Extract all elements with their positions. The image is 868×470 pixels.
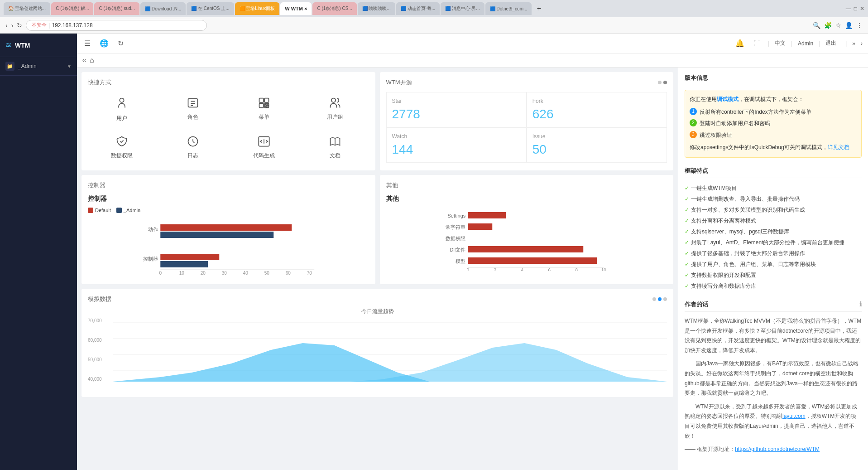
globe-button[interactable]: 🌐: [98, 37, 110, 49]
collapse-button[interactable]: ›: [861, 40, 863, 47]
feature-1: ✓一键生成WTM项目: [685, 183, 862, 194]
legend-admin-color: [116, 208, 122, 213]
author-info-icon: ℹ: [859, 300, 862, 309]
feature-5: ✓支持sqlserver、mysql、pgsql三种数据库: [685, 226, 862, 237]
feature-6-text: 封装了Layui、AntD、Element的大部分控件，编写前台更加便捷: [691, 237, 844, 248]
address-bar: ‹ › ↻ 不安全 | 192.168.137.128 🔍 🧩 ☆ 👤 ⋮: [0, 17, 868, 34]
action-dataperm[interactable]: 数据权限: [88, 131, 155, 164]
breadcrumb-collapse-button[interactable]: ‹‹: [82, 57, 86, 63]
legend-default: Default: [88, 208, 111, 213]
stat-issue: Issue 50: [527, 127, 667, 163]
feature-10-text: 支持读写分离和数据库分库: [691, 281, 756, 291]
refresh-button[interactable]: ↻: [116, 37, 125, 49]
other-y-dll: Dll文件: [450, 247, 465, 252]
author-para-2: 国内Java一家独大原因很多，有BAT的示范效应，也有微软自己战略的失误。好在微…: [685, 359, 862, 398]
bar-controller-admin: [160, 261, 208, 267]
author-para-4: —— 框架开源地址：https://github.com/dotnetcore/…: [685, 445, 862, 455]
browser-chrome: 🏠 宝塔创建网站... C (1条消息) 解... C (1条消息) sud..…: [0, 0, 868, 17]
action-role[interactable]: 角色: [159, 92, 226, 127]
logo-icon: ≋: [5, 41, 11, 49]
feature-7: ✓提供了很多基础，封装了绝大部分后台常用操作: [685, 248, 862, 259]
x-tick-0: 0: [159, 271, 162, 276]
docs-icon: [329, 135, 341, 149]
stat-fork: Fork 626: [527, 92, 667, 127]
tab-csdn3[interactable]: C (1条消息) CS...: [312, 2, 356, 15]
x-tick-70: 70: [307, 271, 312, 276]
action-usergroup[interactable]: 用户组: [301, 92, 369, 127]
bar-dongzuo-admin: [160, 232, 273, 238]
sim-header: 模拟数据: [88, 295, 667, 303]
security-warning: 不安全: [32, 22, 47, 29]
sidebar-user[interactable]: 📁 _Admin ▼: [0, 57, 77, 76]
bookmark-button[interactable]: ☆: [835, 22, 841, 29]
admin-user[interactable]: Admin: [798, 40, 813, 47]
trend-chart-svg: [113, 318, 667, 388]
back-button[interactable]: ‹: [5, 22, 8, 29]
action-menu[interactable]: 菜单: [230, 92, 297, 127]
right-panel: 版本信息 你正在使用调试模式，在调试模式下，框架会： 1 反射所有control…: [678, 68, 868, 470]
features-section: 框架特点 ✓一键生成WTM项目 ✓一键生成增删改查、导入导出、批量操作代码 ✓支…: [685, 167, 862, 291]
feature-1-text: 一键生成WTM项目: [691, 183, 737, 194]
action-codegen[interactable]: 代码生成: [230, 131, 297, 164]
top-toolbar: ☰ 🌐 ↻ 🔔 ⛶ | 中文 | Admin | 退出 | » ›: [77, 34, 868, 53]
action-log[interactable]: 日志: [159, 131, 226, 164]
tab-csdn1[interactable]: C (1条消息) 解...: [51, 2, 93, 15]
bar-controller-default: [160, 254, 219, 260]
bar-dll: [468, 246, 583, 252]
new-tab-button[interactable]: +: [532, 2, 545, 15]
detail-link[interactable]: 详见文档: [828, 144, 849, 150]
svg-rect-5: [259, 98, 263, 102]
action-user[interactable]: 用户: [88, 92, 155, 127]
feature-2-text: 一键生成增删改查、导入导出、批量操作代码: [691, 194, 800, 204]
tab-dotnet9[interactable]: 🟦 Dotnet9_com...: [485, 2, 532, 15]
author-text: WTM框架，全称WalkingTec MVVM（不是'我特么'的拼音首字母），W…: [685, 316, 862, 455]
feature-9-text: 支持数据权限的开发和配置: [691, 270, 756, 281]
search-button[interactable]: 🔍: [813, 22, 820, 29]
github-link[interactable]: https://github.com/dotnetcore/WTM: [735, 446, 820, 452]
tab-wtm[interactable]: W WTM ×: [280, 2, 312, 15]
fullscreen-button[interactable]: ⛶: [752, 38, 762, 49]
maximize-button[interactable]: □: [854, 5, 857, 12]
bar-settings: [468, 212, 506, 218]
bar-str: [468, 223, 492, 230]
expand-button[interactable]: »: [852, 40, 855, 47]
minimize-button[interactable]: —: [846, 5, 851, 12]
sim-dot-2: [658, 297, 662, 301]
debug-item-1-text: 反射所有controller下的Index方法作为左侧菜单: [700, 107, 811, 117]
tab-csdn2[interactable]: C (1条消息) sud...: [94, 2, 139, 15]
notification-button[interactable]: 🔔: [734, 37, 746, 49]
home-button[interactable]: ⌂: [90, 56, 94, 64]
tab-msg[interactable]: 🟦 消息中心-界...: [441, 2, 484, 15]
features-title: 框架特点: [685, 167, 862, 178]
trend-chart-title: 今日流量趋势: [88, 308, 667, 315]
user-icon: [115, 97, 128, 112]
close-button[interactable]: ✕: [860, 5, 864, 12]
other-chart-card: 其他 其他 Settings 常字符串 数据权限 Dll文件 模型: [380, 175, 674, 284]
tab-baota2[interactable]: 🟧 宝塔Linux面板: [235, 2, 280, 15]
layui-link[interactable]: layui.com: [782, 413, 806, 419]
logout-button[interactable]: 退出: [825, 39, 836, 47]
url-input[interactable]: 不安全 | 192.168.137.128: [26, 20, 207, 31]
other-section-label: 其他: [386, 181, 667, 189]
menu-toggle-button[interactable]: ☰: [82, 37, 92, 49]
action-usergroup-label: 用户组: [327, 113, 343, 121]
stat-star-value: 2778: [392, 107, 521, 121]
y-label-dongzuo: 动作: [148, 227, 158, 232]
action-docs[interactable]: 文档: [301, 131, 369, 164]
tab-baota[interactable]: 🏠 宝塔创建网站...: [4, 2, 50, 15]
debug-suffix: ，在调试模式下，框架会：: [739, 96, 804, 102]
profile-button[interactable]: 👤: [845, 22, 853, 29]
extensions-button[interactable]: 🧩: [824, 22, 832, 29]
tab-download[interactable]: 🟦 Download .N...: [140, 2, 186, 15]
tab-centos[interactable]: 🟦 在 CentOS 上...: [187, 2, 234, 15]
x-tick-50: 50: [264, 271, 270, 276]
tab-dynamic[interactable]: 🟦 动态首页-粤...: [396, 2, 440, 15]
svg-rect-7: [259, 103, 263, 107]
tab-yy[interactable]: 🟦 咦咦咦咦...: [358, 2, 395, 15]
reload-button[interactable]: ↻: [17, 22, 22, 29]
num-badge-3: 3: [690, 131, 697, 138]
menu-button[interactable]: ⋮: [856, 22, 863, 29]
quick-actions-title: 快捷方式: [88, 78, 369, 87]
language-selector[interactable]: 中文: [775, 39, 786, 47]
forward-button[interactable]: ›: [11, 22, 14, 29]
